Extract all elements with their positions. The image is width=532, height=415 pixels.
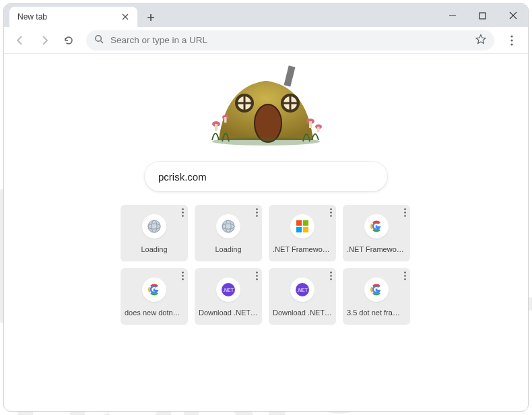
svg-point-40 bbox=[404, 208, 406, 210]
tile-menu-button[interactable] bbox=[404, 208, 406, 217]
close-window-button[interactable] bbox=[498, 4, 528, 27]
google-icon bbox=[364, 214, 389, 238]
svg-point-52 bbox=[330, 275, 332, 277]
svg-point-53 bbox=[330, 278, 332, 280]
dotnet-icon: .NET bbox=[216, 278, 240, 302]
shortcut-tile[interactable]: .NET Download .NET F… bbox=[269, 268, 336, 325]
tile-menu-button[interactable] bbox=[330, 208, 332, 217]
tile-menu-button[interactable] bbox=[330, 272, 332, 280]
omnibox-placeholder: Search or type in a URL bbox=[110, 35, 207, 45]
svg-point-35 bbox=[330, 215, 332, 217]
shortcut-grid: Loading Loading .NET Framework … .NET Fr… bbox=[121, 205, 411, 325]
svg-point-20 bbox=[182, 212, 184, 214]
svg-point-45 bbox=[182, 278, 184, 280]
dotnet-icon: .NET bbox=[290, 278, 314, 302]
svg-text:.NET: .NET bbox=[223, 288, 234, 292]
svg-point-47 bbox=[256, 275, 258, 277]
tile-label: does new dotnet… bbox=[125, 309, 184, 317]
tile-menu-button[interactable] bbox=[404, 272, 406, 280]
tile-menu-button[interactable] bbox=[256, 208, 258, 217]
shortcut-tile[interactable]: 3.5 dot net fram… bbox=[343, 268, 410, 325]
svg-point-26 bbox=[256, 208, 258, 210]
svg-point-33 bbox=[330, 208, 332, 210]
close-tab-button[interactable] bbox=[120, 11, 131, 22]
svg-point-43 bbox=[182, 272, 184, 274]
shortcut-tile[interactable]: Loading bbox=[121, 205, 188, 261]
tile-menu-button[interactable] bbox=[182, 272, 184, 280]
svg-point-19 bbox=[182, 208, 184, 210]
tile-label: Loading bbox=[215, 245, 241, 253]
tile-label: 3.5 dot net fram… bbox=[347, 309, 406, 317]
bookmark-star-icon[interactable] bbox=[475, 34, 486, 46]
minimize-button[interactable] bbox=[437, 4, 467, 27]
svg-point-44 bbox=[182, 275, 184, 277]
svg-point-18 bbox=[212, 137, 320, 146]
svg-point-41 bbox=[404, 212, 406, 214]
tile-label: Download .NET F… bbox=[273, 309, 332, 317]
browser-window: New tab bbox=[3, 3, 529, 412]
svg-point-46 bbox=[256, 272, 258, 274]
svg-point-34 bbox=[330, 212, 332, 214]
svg-point-1 bbox=[96, 36, 102, 42]
microsoft-icon bbox=[290, 214, 314, 238]
google-icon bbox=[142, 278, 166, 302]
shortcut-tile[interactable]: Loading bbox=[195, 205, 262, 261]
shortcut-tile[interactable]: .NET Framework … bbox=[343, 205, 410, 261]
svg-point-58 bbox=[404, 278, 406, 280]
tile-label: .NET Framework … bbox=[347, 245, 406, 253]
svg-rect-11 bbox=[215, 124, 218, 131]
svg-point-4 bbox=[510, 43, 512, 45]
search-input[interactable] bbox=[158, 171, 374, 183]
svg-point-42 bbox=[404, 215, 406, 217]
maximize-button[interactable] bbox=[467, 4, 498, 27]
svg-point-3 bbox=[510, 39, 512, 41]
forward-button[interactable] bbox=[34, 30, 55, 51]
tile-label: .NET Framework … bbox=[273, 245, 332, 253]
search-icon bbox=[94, 34, 104, 46]
hero-illustration bbox=[4, 54, 528, 150]
svg-text:.NET: .NET bbox=[297, 288, 308, 292]
tile-label: Download .NET F… bbox=[199, 309, 258, 317]
toolbar: Search or type in a URL bbox=[4, 27, 528, 54]
shortcut-tile[interactable]: .NET Download .NET F… bbox=[195, 268, 262, 325]
tile-label: Loading bbox=[141, 245, 167, 253]
svg-point-27 bbox=[256, 212, 258, 214]
tile-menu-button[interactable] bbox=[182, 208, 184, 217]
omnibox[interactable]: Search or type in a URL bbox=[86, 30, 494, 51]
reload-button[interactable] bbox=[58, 30, 79, 51]
svg-rect-38 bbox=[296, 227, 302, 232]
window-controls bbox=[437, 4, 528, 27]
svg-rect-5 bbox=[284, 65, 296, 87]
shortcut-tile[interactable]: .NET Framework … bbox=[269, 205, 336, 261]
house-illustration-icon bbox=[192, 59, 340, 147]
back-button[interactable] bbox=[9, 30, 31, 51]
svg-rect-0 bbox=[479, 13, 486, 19]
google-icon bbox=[364, 278, 389, 302]
titlebar: New tab bbox=[4, 4, 528, 27]
svg-rect-15 bbox=[309, 121, 312, 128]
svg-point-2 bbox=[510, 35, 512, 37]
shortcut-tile[interactable]: does new dotnet… bbox=[121, 268, 188, 325]
tile-menu-button[interactable] bbox=[256, 272, 258, 280]
svg-point-57 bbox=[404, 275, 406, 277]
svg-rect-36 bbox=[296, 220, 302, 226]
new-tab-content: Loading Loading .NET Framework … .NET Fr… bbox=[4, 54, 528, 411]
globe-icon bbox=[216, 214, 240, 238]
svg-point-51 bbox=[330, 272, 332, 274]
globe-icon bbox=[142, 214, 166, 238]
browser-tab[interactable]: New tab bbox=[9, 7, 137, 27]
svg-point-21 bbox=[182, 215, 184, 217]
svg-rect-37 bbox=[303, 220, 308, 226]
svg-point-28 bbox=[256, 215, 258, 217]
search-box[interactable] bbox=[145, 162, 387, 191]
svg-point-56 bbox=[404, 272, 406, 274]
svg-point-48 bbox=[256, 278, 258, 280]
svg-rect-13 bbox=[224, 117, 227, 123]
svg-rect-39 bbox=[303, 227, 308, 232]
svg-rect-17 bbox=[317, 127, 320, 132]
kebab-menu-button[interactable] bbox=[501, 30, 523, 51]
tab-title: New tab bbox=[18, 12, 47, 22]
new-tab-button[interactable] bbox=[141, 8, 160, 27]
